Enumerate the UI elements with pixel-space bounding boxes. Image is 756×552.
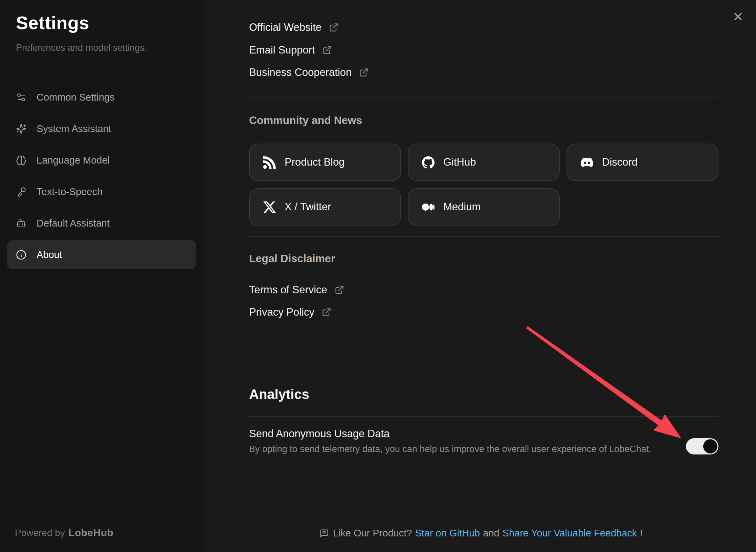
link-label: Email Support (249, 44, 315, 56)
usage-data-setting: Send Anonymous Usage Data By opting to s… (249, 427, 718, 455)
x-icon (263, 201, 276, 213)
legal-section-title: Legal Disclaimer (249, 252, 718, 265)
link-label: Business Cooperation (249, 66, 352, 79)
button-label: Medium (443, 201, 481, 213)
close-icon (732, 10, 744, 23)
sidebar-item-label: About (37, 249, 62, 260)
section-divider (249, 98, 718, 98)
product-footer: Like Our Product? Star on GitHub and Sha… (206, 528, 756, 539)
settings-window: Settings Preferences and model settings.… (0, 0, 756, 552)
powered-by-text: Powered by (15, 528, 65, 538)
button-label: Product Blog (285, 156, 345, 168)
settings-sidebar: Settings Preferences and model settings.… (0, 0, 205, 552)
analytics-divider (249, 416, 718, 417)
community-section-title: Community and News (249, 113, 718, 127)
community-buttons: Product Blog GitHub Discord X / Twitter … (249, 144, 718, 226)
sidebar-item-system-assistant[interactable]: System Assistant (7, 114, 196, 143)
sliders-icon (16, 92, 26, 103)
sidebar-item-common-settings[interactable]: Common Settings (7, 83, 196, 112)
sidebar-item-label: Language Model (37, 155, 110, 166)
powered-by: Powered byLobeHub (15, 527, 113, 538)
page-subtitle: Preferences and model settings. (16, 43, 147, 53)
usage-data-description: By opting to send telemetry data, you ca… (249, 443, 651, 455)
share-feedback-link[interactable]: Share Your Valuable Feedback (503, 528, 637, 539)
discord-button[interactable]: Discord (566, 144, 718, 181)
discord-icon (581, 156, 593, 169)
bot-icon (16, 218, 26, 229)
github-icon (422, 156, 435, 169)
sidebar-item-label: System Assistant (37, 123, 111, 134)
usage-data-label: Send Anonymous Usage Data (249, 427, 651, 441)
button-label: Discord (602, 156, 638, 168)
github-button[interactable]: GitHub (408, 144, 560, 181)
about-panel: Contact Us Official Website Email Suppor… (206, 0, 756, 552)
external-link-icon (323, 45, 332, 55)
sidebar-item-language-model[interactable]: Language Model (7, 146, 196, 175)
rss-icon (263, 156, 276, 169)
footer-text: and (483, 528, 499, 539)
footer-text: Like Our Product? (333, 528, 412, 539)
link-label: Privacy Policy (249, 306, 314, 318)
lobehub-logo[interactable]: LobeHub (68, 527, 113, 538)
page-title: Settings (16, 12, 89, 33)
info-icon (16, 250, 26, 260)
sparkles-icon (16, 124, 26, 134)
link-label: Official Website (249, 21, 321, 34)
footer-text: ! (640, 528, 643, 539)
usage-data-texts: Send Anonymous Usage Data By opting to s… (249, 427, 651, 455)
usage-data-toggle[interactable] (686, 438, 718, 454)
email-support-link[interactable]: Email Support (249, 43, 718, 58)
product-blog-button[interactable]: Product Blog (249, 144, 401, 181)
medium-icon (422, 201, 435, 213)
sidebar-item-default-assistant[interactable]: Default Assistant (7, 209, 196, 238)
x-twitter-button[interactable]: X / Twitter (249, 188, 401, 226)
sidebar-item-label: Default Assistant (37, 218, 110, 229)
brain-icon (16, 155, 26, 166)
sidebar-nav: Common Settings System Assistant Languag… (7, 83, 196, 272)
toggle-knob (703, 439, 717, 453)
external-link-icon (335, 285, 344, 295)
close-button[interactable] (730, 9, 746, 24)
contact-section-title: Contact Us (249, 0, 718, 2)
mic-icon (16, 187, 26, 197)
link-label: Terms of Service (249, 284, 327, 296)
external-link-icon (359, 68, 369, 77)
message-square-heart-icon (319, 529, 329, 538)
privacy-policy-link[interactable]: Privacy Policy (249, 305, 718, 320)
sidebar-item-label: Common Settings (37, 92, 115, 103)
business-cooperation-link[interactable]: Business Cooperation (249, 65, 718, 80)
sidebar-item-label: Text-to-Speech (37, 186, 103, 197)
section-divider (249, 236, 718, 237)
sidebar-item-text-to-speech[interactable]: Text-to-Speech (7, 177, 196, 206)
official-website-link[interactable]: Official Website (249, 20, 718, 35)
star-on-github-link[interactable]: Star on GitHub (415, 528, 480, 539)
button-label: X / Twitter (285, 201, 331, 213)
terms-of-service-link[interactable]: Terms of Service (249, 282, 718, 297)
external-link-icon (329, 23, 338, 32)
external-link-icon (322, 307, 331, 317)
sidebar-item-about[interactable]: About (7, 240, 196, 269)
analytics-section-title: Analytics (249, 386, 718, 403)
button-label: GitHub (443, 156, 476, 168)
medium-button[interactable]: Medium (408, 188, 560, 226)
